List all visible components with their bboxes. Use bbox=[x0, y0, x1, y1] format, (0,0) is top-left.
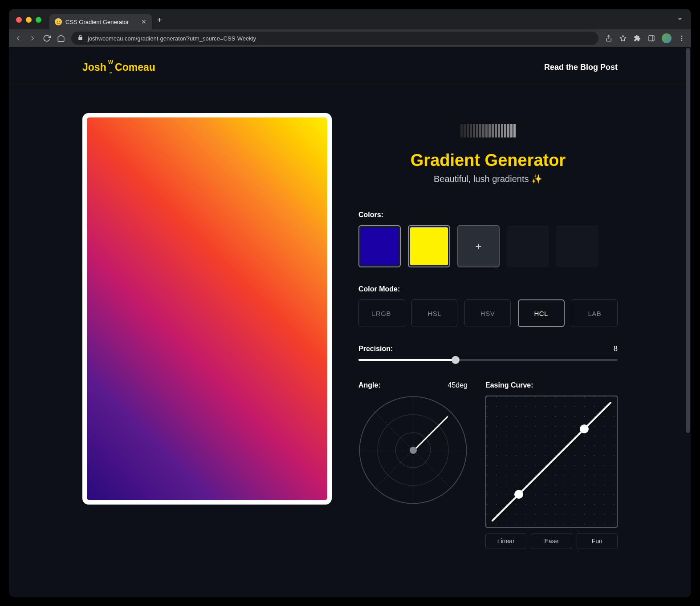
precision-value: 8 bbox=[614, 345, 618, 353]
close-tab-icon[interactable]: ✕ bbox=[141, 18, 147, 25]
page-title: Gradient Generator bbox=[358, 151, 618, 170]
svg-point-6 bbox=[681, 40, 683, 41]
url-text: joshwcomeau.com/gradient-generator/?utm_… bbox=[88, 35, 256, 42]
logo-text: Josh bbox=[82, 61, 106, 73]
logo-caret-icon: ⌄ bbox=[109, 70, 113, 74]
logo-text: Comeau bbox=[115, 61, 155, 73]
page-subtitle: Beautiful, lush gradients ✨ bbox=[358, 174, 618, 184]
plus-icon: + bbox=[475, 240, 481, 253]
color-swatch[interactable] bbox=[358, 225, 401, 267]
blog-post-link[interactable]: Read the Blog Post bbox=[544, 63, 618, 72]
gradient-canvas bbox=[87, 117, 327, 500]
easing-handle-1[interactable] bbox=[514, 490, 523, 499]
easing-curve-editor[interactable] bbox=[485, 396, 618, 528]
lock-icon bbox=[77, 35, 83, 42]
browser-tab[interactable]: 😀 CSS Gradient Generator ✕ bbox=[49, 14, 152, 29]
color-mode-row: LRGBHSLHSVHCLLAB bbox=[358, 299, 618, 327]
easing-preset-fun[interactable]: Fun bbox=[577, 533, 618, 549]
color-swatch-empty bbox=[556, 225, 598, 267]
svg-rect-2 bbox=[649, 36, 654, 41]
maximize-window-icon[interactable] bbox=[36, 17, 41, 23]
svg-point-4 bbox=[681, 36, 683, 37]
page-content: JoshW⌄Comeau Read the Blog Post Gradient… bbox=[9, 47, 691, 597]
color-mode-lrgb[interactable]: LRGB bbox=[358, 299, 404, 327]
color-swatch-row: + bbox=[358, 225, 618, 267]
easing-handle-2[interactable] bbox=[580, 424, 589, 433]
reload-icon[interactable] bbox=[43, 34, 51, 42]
easing-preset-ease[interactable]: Ease bbox=[531, 533, 572, 549]
color-mode-lab[interactable]: LAB bbox=[572, 299, 618, 327]
scrollbar[interactable] bbox=[685, 47, 691, 597]
panel-icon[interactable] bbox=[647, 34, 655, 42]
color-swatch[interactable] bbox=[408, 225, 450, 267]
window-controls bbox=[16, 17, 41, 23]
precision-label: Precision: bbox=[358, 345, 393, 353]
home-icon[interactable] bbox=[57, 34, 65, 42]
gradient-preview bbox=[82, 113, 332, 505]
forward-icon[interactable] bbox=[28, 34, 37, 42]
address-bar[interactable]: joshwcomeau.com/gradient-generator/?utm_… bbox=[71, 32, 598, 45]
angle-dial[interactable] bbox=[358, 396, 468, 505]
scrollbar-thumb[interactable] bbox=[686, 48, 690, 433]
angle-label: Angle: bbox=[358, 381, 381, 389]
favicon-icon: 😀 bbox=[55, 18, 62, 25]
svg-marker-1 bbox=[620, 35, 626, 41]
svg-point-5 bbox=[681, 38, 683, 39]
color-mode-hcl[interactable]: HCL bbox=[518, 299, 565, 327]
spectrum-graphic bbox=[358, 124, 618, 137]
tabs-dropdown-icon[interactable] bbox=[677, 16, 683, 24]
angle-value: 45deg bbox=[448, 381, 468, 389]
color-mode-hsl[interactable]: HSL bbox=[411, 299, 457, 327]
browser-window: 😀 CSS Gradient Generator ✕ + joshwcomeau… bbox=[9, 9, 691, 597]
add-color-button[interactable]: + bbox=[457, 225, 500, 267]
color-mode-label: Color Mode: bbox=[358, 285, 618, 293]
easing-label: Easing Curve: bbox=[485, 381, 618, 389]
menu-icon[interactable] bbox=[678, 34, 686, 42]
browser-toolbar: joshwcomeau.com/gradient-generator/?utm_… bbox=[9, 29, 691, 47]
angle-knob[interactable] bbox=[410, 447, 417, 454]
profile-avatar[interactable] bbox=[662, 33, 672, 43]
back-icon[interactable] bbox=[14, 34, 22, 42]
site-logo[interactable]: JoshW⌄Comeau bbox=[82, 61, 155, 74]
star-icon[interactable] bbox=[619, 34, 627, 42]
colors-label: Colors: bbox=[358, 211, 618, 219]
share-icon[interactable] bbox=[605, 34, 613, 42]
easing-presets-row: LinearEaseFun bbox=[485, 533, 618, 549]
site-header: JoshW⌄Comeau Read the Blog Post bbox=[9, 47, 691, 84]
precision-slider[interactable] bbox=[358, 359, 618, 361]
new-tab-button[interactable]: + bbox=[157, 16, 162, 25]
tab-title: CSS Gradient Generator bbox=[65, 19, 129, 25]
color-mode-hsv[interactable]: HSV bbox=[464, 299, 510, 327]
browser-tabbar: 😀 CSS Gradient Generator ✕ + bbox=[9, 9, 691, 29]
close-window-icon[interactable] bbox=[16, 17, 22, 23]
minimize-window-icon[interactable] bbox=[26, 17, 32, 23]
logo-w: W bbox=[108, 61, 113, 64]
extensions-icon[interactable] bbox=[633, 34, 641, 42]
svg-line-14 bbox=[492, 402, 611, 521]
easing-preset-linear[interactable]: Linear bbox=[485, 533, 526, 549]
color-swatch-empty bbox=[507, 225, 549, 267]
precision-slider-thumb[interactable] bbox=[452, 356, 460, 364]
